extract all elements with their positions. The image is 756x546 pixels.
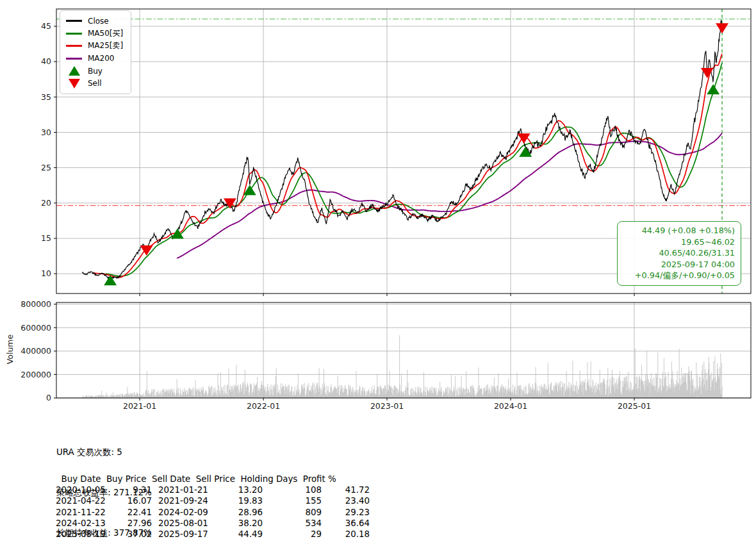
sell-marker-icon	[69, 79, 80, 88]
info-price-range: 19.65~46.02	[623, 236, 735, 248]
svg-text:10: 10	[41, 269, 51, 278]
trade-cell-buy-price: 27.96	[112, 518, 152, 529]
legend-label: MA200	[88, 54, 114, 63]
trade-row: 2021-11-2222.412024-02-0928.9680929.23	[56, 507, 370, 518]
trade-row: 2020-10-059.312021-01-2113.2010841.72	[56, 484, 370, 495]
chart-legend: CloseMA50[买]MA25[卖]MA200BuySell	[60, 10, 131, 94]
trade-cell-holding-days: 155	[263, 495, 322, 506]
grid	[56, 9, 751, 398]
trade-cell-sell-price: 13.20	[222, 484, 263, 495]
trade-cell-buy-price: 16.07	[112, 495, 152, 506]
trade-cell-holding-days: 534	[263, 518, 322, 529]
trade-cell-holding-days: 108	[263, 484, 322, 495]
svg-text:2022-01: 2022-01	[247, 401, 280, 411]
trade-cell-sell-price: 38.20	[222, 518, 263, 529]
trade-cell-buy-date: 2021-11-22	[56, 507, 112, 518]
trade-cell-profit-: 29.23	[322, 507, 370, 518]
trade-cell-buy-date: 2024-02-13	[56, 518, 112, 529]
trade-cell-profit-: 41.72	[322, 484, 370, 495]
svg-text:25: 25	[41, 163, 51, 172]
volume-axis-label: Volume	[5, 330, 15, 368]
trade-cell-profit-: 20.18	[322, 529, 370, 540]
trade-cell-profit-: 23.40	[322, 495, 370, 506]
trade-table-body: 2020-10-059.312021-01-2113.2010841.72202…	[56, 484, 370, 540]
trade-cell-sell-price: 19.83	[222, 495, 263, 506]
svg-text:20: 20	[41, 198, 51, 208]
svg-text:15: 15	[41, 233, 51, 243]
trade-cell-holding-days: 29	[263, 529, 322, 540]
trade-cell-buy-price: 9.31	[112, 484, 152, 495]
legend-item: MA200	[66, 53, 123, 65]
info-timestamp: 2025-09-17 04:00	[623, 259, 735, 270]
legend-item: Sell	[66, 78, 123, 90]
trade-cell-profit-: 36.64	[322, 518, 370, 529]
svg-text:30: 30	[41, 128, 51, 137]
trade-cell-buy-date: 2021-04-22	[56, 495, 112, 506]
svg-text:2024-01: 2024-01	[494, 401, 527, 411]
legend-label: Buy	[88, 67, 103, 76]
buy-marker	[707, 84, 719, 94]
trade-cell-buy-date: 2020-10-05	[56, 484, 112, 495]
svg-text:45: 45	[41, 21, 51, 31]
legend-item: Buy	[66, 65, 123, 78]
legend-line-swatch	[66, 20, 82, 22]
volume-bars	[82, 335, 722, 398]
svg-text:600000: 600000	[21, 323, 51, 333]
info-last-price: 44.49 (+0.08 +0.18%)	[623, 225, 735, 236]
legend-line-swatch	[66, 33, 82, 35]
trade-cell-buy-date: 2025-08-19	[56, 529, 112, 540]
svg-text:35: 35	[41, 92, 51, 102]
trade-cell-sell-date: 2025-08-01	[152, 518, 222, 529]
legend-line-swatch	[66, 58, 82, 60]
trade-row: 2021-04-2216.072021-09-2419.8315523.40	[56, 495, 370, 506]
legend-line-swatch	[66, 45, 82, 47]
trade-cell-buy-price: 37.02	[112, 529, 152, 540]
legend-item: MA25[卖]	[66, 40, 123, 53]
svg-text:2025-01: 2025-01	[618, 401, 651, 411]
trade-cell-buy-price: 22.41	[112, 507, 152, 518]
trade-table-header: Buy Date Buy Price Sell Date Sell Price …	[56, 474, 370, 484]
legend-item: Close	[66, 15, 123, 28]
sell-marker	[224, 199, 236, 209]
svg-text:40: 40	[41, 56, 51, 66]
strategy-backtest-screen: 1015202530354045020000040000060000080000…	[0, 0, 756, 546]
legend-label: Close	[88, 17, 109, 26]
info-indicator: +0.94/偏多/+0.90/+0.05	[623, 270, 735, 281]
trade-cell-sell-date: 2021-01-21	[152, 484, 222, 495]
sell-marker	[716, 23, 728, 33]
trade-cell-holding-days: 809	[263, 507, 322, 518]
trade-cell-sell-date: 2024-02-09	[152, 507, 222, 518]
svg-text:2023-01: 2023-01	[370, 401, 404, 411]
svg-text:400000: 400000	[21, 346, 51, 356]
legend-item: MA50[买]	[66, 28, 123, 40]
svg-text:2021-01: 2021-01	[123, 401, 156, 411]
trade-cell-sell-price: 44.49	[222, 529, 263, 540]
legend-label: MA50[买]	[88, 28, 123, 39]
trade-cell-sell-date: 2021-09-24	[152, 495, 222, 506]
legend-label: Sell	[88, 79, 102, 88]
svg-text:0: 0	[46, 393, 51, 402]
svg-text:200000: 200000	[21, 370, 51, 379]
trade-row: 2024-02-1327.962025-08-0138.2053436.64	[56, 518, 370, 529]
trade-cell-sell-date: 2025-09-17	[152, 529, 222, 540]
trade-record-table: Buy Date Buy Price Sell Date Sell Price …	[56, 474, 370, 540]
legend-label: MA25[卖]	[88, 40, 123, 51]
trade-cell-sell-price: 28.96	[222, 507, 263, 518]
quote-info-box: 44.49 (+0.08 +0.18%) 19.65~46.02 40.65/4…	[617, 221, 741, 286]
buy-marker-icon	[69, 66, 80, 76]
trade-row: 2025-08-1937.022025-09-1744.492920.18	[56, 529, 370, 540]
info-ma-values: 40.65/40.26/31.31	[623, 247, 735, 259]
trade-count-line: URA 交易次数: 5	[56, 445, 152, 459]
svg-text:800000: 800000	[21, 299, 51, 309]
